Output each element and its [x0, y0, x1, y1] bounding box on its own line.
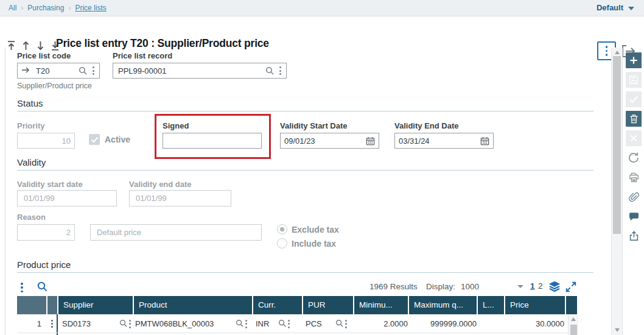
price-list-record-value[interactable]: PPL99-00001: [118, 66, 167, 76]
header-rowmenu-column: [47, 296, 57, 314]
chevron-right-icon: ›: [68, 4, 71, 12]
grid-menu-icon[interactable]: [19, 281, 24, 294]
save-button: [626, 72, 642, 88]
scrollbar-thumb[interactable]: [613, 56, 621, 234]
cancel-button: [626, 130, 642, 146]
column-header-supplier[interactable]: Supplier: [58, 296, 133, 314]
calendar-icon[interactable]: [366, 136, 375, 146]
breadcrumb-price-lists[interactable]: Price lists: [75, 4, 106, 12]
validity-start-date-label: Validity Start Date: [280, 121, 348, 130]
page-1-link[interactable]: 1: [530, 281, 535, 291]
new-record-button[interactable]: [626, 52, 642, 68]
jump-to-record-icon[interactable]: [21, 66, 30, 76]
comments-button[interactable]: [626, 208, 642, 224]
price-list-record-field[interactable]: PPL99-00001: [113, 63, 287, 79]
validity-start-date-field[interactable]: 09/01/23: [280, 133, 379, 149]
cell-menu-icon[interactable]: [344, 319, 348, 330]
grid-scrollbar[interactable]: [568, 315, 578, 335]
product-price-section-title: Product price: [17, 259, 71, 270]
validity-start-date-value[interactable]: 09/01/23: [284, 136, 315, 146]
plus-icon: [628, 55, 639, 66]
kebab-menu-icon: [606, 46, 608, 56]
active-checkbox: [89, 134, 100, 145]
print-button[interactable]: [626, 169, 642, 185]
lookup-icon[interactable]: [278, 319, 287, 330]
lookup-icon[interactable]: [119, 319, 128, 330]
attachments-button[interactable]: [626, 189, 642, 205]
share-button[interactable]: [626, 228, 642, 244]
cell-landed[interactable]: [478, 315, 504, 333]
chevron-right-icon: ›: [21, 4, 23, 12]
price-list-type-text: Supplier/Product price: [17, 82, 92, 90]
printer-icon: [628, 172, 640, 183]
cell-supplier[interactable]: SD0173: [62, 315, 132, 333]
scroll-down-icon[interactable]: [615, 328, 620, 332]
field-menu-icon[interactable]: [278, 65, 282, 76]
include-tax-label: Include tax: [292, 239, 336, 249]
column-header-currency[interactable]: Curr.: [253, 296, 302, 314]
validity-section-title: Validity: [17, 157, 46, 168]
scrollbar-thumb[interactable]: [570, 325, 577, 335]
validity-start-value: 01/01/99: [24, 194, 55, 203]
cell-menu-icon[interactable]: [128, 319, 132, 330]
column-header-pur[interactable]: PUR: [303, 296, 353, 314]
column-header-product[interactable]: Product: [134, 296, 252, 314]
cell-menu-icon[interactable]: [244, 319, 248, 330]
row-divider: [17, 333, 568, 333]
lookup-icon[interactable]: [335, 319, 344, 330]
scroll-up-icon[interactable]: [615, 51, 620, 54]
next-record-icon[interactable]: [35, 40, 46, 52]
lookup-icon[interactable]: [235, 319, 244, 330]
cell-currency[interactable]: INR: [256, 315, 291, 333]
cell-max-qty[interactable]: 999999.0000: [409, 315, 477, 333]
header-scroll-column: [566, 296, 577, 314]
column-header-price[interactable]: Price: [505, 296, 565, 314]
priority-value: 10: [62, 136, 71, 146]
expand-grid-icon[interactable]: [565, 281, 576, 295]
breadcrumb: All › Purchasing › Price lists: [0, 0, 644, 16]
breadcrumb-all[interactable]: All: [9, 4, 16, 12]
status-section-title: Status: [17, 98, 43, 108]
validity-end-date-field[interactable]: 03/31/24: [394, 133, 494, 149]
exclude-tax-label: Exclude tax: [292, 225, 339, 234]
column-header-l[interactable]: L...: [478, 296, 504, 314]
chevron-down-icon[interactable]: [517, 285, 523, 288]
lookup-icon[interactable]: [265, 66, 275, 76]
price-list-code-label: Price list code: [17, 51, 71, 60]
calendar-icon[interactable]: [480, 136, 489, 146]
checkmark-icon: [91, 136, 99, 143]
display-value[interactable]: 1000: [461, 282, 479, 291]
cell-unit[interactable]: PCS: [306, 315, 348, 333]
delete-button[interactable]: [626, 111, 642, 127]
cell-product[interactable]: PMTW068BLK_00003: [135, 315, 248, 333]
refresh-button[interactable]: [626, 150, 642, 166]
price-list-code-value[interactable]: T20: [36, 66, 49, 76]
first-record-icon[interactable]: [6, 40, 16, 52]
price-list-code-field[interactable]: T20: [17, 63, 100, 79]
validity-end-date-value[interactable]: 03/31/24: [399, 136, 430, 146]
row-menu-icon[interactable]: [50, 319, 54, 329]
scroll-up-icon[interactable]: [571, 317, 576, 321]
section-divider: [17, 272, 593, 273]
validity-end-value: 01/01/99: [136, 194, 167, 203]
cell-menu-icon[interactable]: [287, 319, 291, 330]
validity-end-field: 01/01/99: [129, 190, 231, 206]
signed-field[interactable]: [163, 133, 262, 149]
cell-price[interactable]: 30.0000: [505, 315, 564, 333]
page-2-link[interactable]: 2: [538, 281, 543, 291]
page-scrollbar[interactable]: [611, 48, 623, 335]
reason-code-value: 2: [66, 228, 71, 237]
previous-record-icon[interactable]: [21, 40, 31, 52]
lookup-icon[interactable]: [78, 66, 88, 76]
layers-icon[interactable]: [548, 280, 561, 295]
breadcrumb-purchasing[interactable]: Purchasing: [27, 4, 64, 12]
cell-min-qty[interactable]: 2.0000: [354, 315, 408, 333]
display-label: Display:: [426, 282, 455, 291]
column-header-minimum[interactable]: Minimu...: [354, 296, 408, 314]
workspace-selector[interactable]: Default: [597, 3, 623, 12]
chevron-down-icon[interactable]: [628, 7, 634, 10]
grid-search-icon[interactable]: [37, 281, 48, 295]
field-menu-icon[interactable]: [91, 65, 96, 76]
reason-text-value: Default price: [97, 228, 141, 237]
column-header-maximum[interactable]: Maximum q...: [409, 296, 477, 314]
